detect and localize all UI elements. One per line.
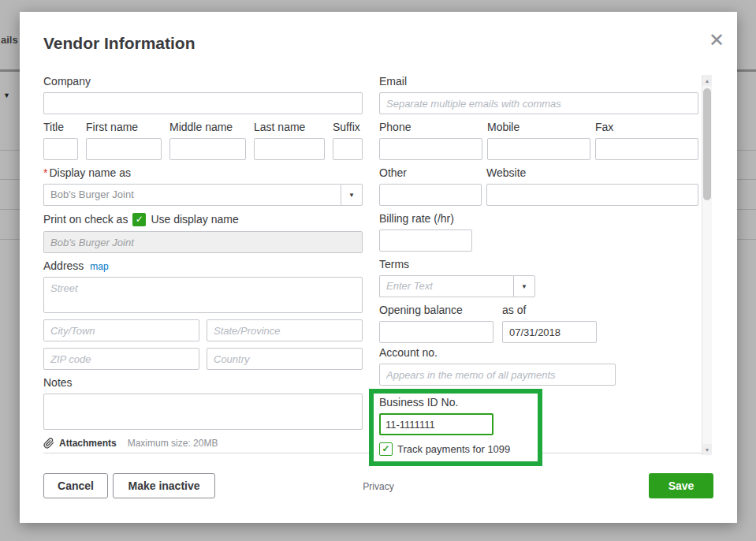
- billing-rate-field: Billing rate (/hr): [379, 212, 698, 252]
- middle-name-label: Middle name: [169, 121, 246, 133]
- phone-label: Phone: [379, 121, 482, 133]
- city-state-row: [43, 319, 363, 341]
- use-display-name-label: Use display name: [151, 213, 238, 226]
- company-input[interactable]: [43, 92, 363, 114]
- opening-balance-input[interactable]: [379, 321, 493, 343]
- website-field: Website: [486, 166, 698, 206]
- zip-input[interactable]: [43, 348, 199, 370]
- other-field: Other: [379, 166, 482, 206]
- display-name-field: *Display name as Bob's Burger Joint ▼: [43, 166, 363, 206]
- scroll-up-icon[interactable]: ▲: [702, 75, 712, 86]
- map-link[interactable]: map: [90, 261, 108, 272]
- email-field: Email: [379, 75, 698, 114]
- display-name-dropdown-button[interactable]: ▼: [341, 184, 363, 206]
- modal-title: Vendor Information: [43, 34, 196, 53]
- email-input[interactable]: [379, 92, 698, 114]
- terms-dropdown-button[interactable]: ▼: [513, 275, 535, 297]
- fax-input[interactable]: [595, 138, 698, 160]
- display-name-dropdown[interactable]: Bob's Burger Joint ▼: [43, 184, 363, 206]
- opening-balance-label: Opening balance: [379, 304, 493, 316]
- save-button[interactable]: Save: [649, 473, 713, 498]
- track-1099-label: Track payments for 1099: [397, 443, 510, 455]
- business-id-highlight-box: Business ID No. ✓ Track payments for 109…: [369, 389, 542, 466]
- check-icon: ✓: [382, 443, 389, 454]
- scrollbar-thumb[interactable]: [703, 88, 711, 200]
- right-column: Email Phone Mobile Fax Other Web: [379, 75, 698, 466]
- required-marker: *: [43, 166, 47, 179]
- first-name-label: First name: [86, 121, 162, 133]
- notes-field: Notes: [43, 376, 363, 430]
- suffix-field: Suffix: [333, 121, 363, 160]
- suffix-input[interactable]: [333, 138, 363, 160]
- first-name-input[interactable]: [86, 138, 162, 160]
- suffix-label: Suffix: [333, 121, 363, 133]
- terms-value: Enter Text: [379, 275, 513, 297]
- close-icon[interactable]: ✕: [709, 31, 724, 50]
- terms-dropdown[interactable]: Enter Text ▼: [379, 275, 535, 297]
- website-input[interactable]: [486, 184, 698, 206]
- modal-scrollbar[interactable]: ▲ ▼: [702, 75, 712, 455]
- address-label: Address: [43, 259, 84, 272]
- business-id-label: Business ID No.: [379, 396, 530, 409]
- use-display-name-checkbox[interactable]: ✓: [132, 213, 146, 226]
- title-input[interactable]: [43, 138, 78, 160]
- opening-balance-field: Opening balance: [379, 304, 493, 343]
- left-column: Company Title First name Middle name Las…: [43, 75, 363, 449]
- notes-input[interactable]: [43, 394, 363, 430]
- address-field: Address map: [43, 259, 363, 313]
- account-no-label: Account no.: [379, 346, 698, 359]
- terms-label: Terms: [379, 258, 698, 270]
- address-header: Address map: [43, 259, 363, 272]
- billing-rate-input[interactable]: [379, 229, 472, 252]
- middle-name-input[interactable]: [169, 138, 246, 160]
- attachments-button[interactable]: Attachments Maximum size: 20MB: [43, 438, 363, 449]
- display-name-value: Bob's Burger Joint: [43, 184, 341, 206]
- paperclip-icon: [43, 438, 54, 449]
- background-partial-text: ails: [1, 34, 18, 46]
- opening-balance-row: Opening balance as of: [379, 304, 698, 343]
- as-of-label: as of: [502, 304, 597, 316]
- cancel-button[interactable]: Cancel: [43, 473, 108, 498]
- as-of-date-input[interactable]: [502, 321, 597, 343]
- other-input[interactable]: [379, 184, 482, 206]
- fax-label: Fax: [595, 121, 698, 133]
- background-dropdown-caret: ▼: [3, 91, 10, 99]
- company-field: Company: [43, 75, 363, 114]
- mobile-field: Mobile: [487, 121, 590, 160]
- other-website-row: Other Website: [379, 166, 698, 206]
- phone-input[interactable]: [379, 138, 482, 160]
- title-label: Title: [43, 121, 78, 133]
- scroll-down-icon[interactable]: ▼: [702, 444, 712, 455]
- first-name-field: First name: [86, 121, 162, 160]
- phone-field: Phone: [379, 121, 482, 160]
- last-name-field: Last name: [254, 121, 325, 160]
- billing-rate-label: Billing rate (/hr): [379, 212, 698, 225]
- attachments-label: Attachments: [59, 438, 117, 449]
- last-name-input[interactable]: [254, 138, 325, 160]
- mobile-input[interactable]: [487, 138, 590, 160]
- last-name-label: Last name: [254, 121, 325, 133]
- account-no-field: Account no.: [379, 346, 698, 386]
- zip-country-row: [43, 348, 363, 370]
- account-no-input[interactable]: [379, 364, 616, 386]
- print-on-check-row: Print on check as ✓ Use display name: [43, 212, 363, 226]
- chevron-down-icon: ▼: [521, 283, 527, 290]
- website-label: Website: [486, 166, 698, 179]
- fax-field: Fax: [595, 121, 698, 160]
- business-id-input[interactable]: [379, 413, 493, 435]
- make-inactive-button[interactable]: Make inactive: [113, 473, 215, 498]
- city-input[interactable]: [43, 319, 199, 341]
- terms-field: Terms Enter Text ▼: [379, 258, 698, 297]
- company-label: Company: [43, 75, 363, 88]
- print-on-check-input[interactable]: [43, 231, 363, 253]
- mobile-label: Mobile: [487, 121, 590, 133]
- print-on-check-label: Print on check as: [43, 213, 128, 226]
- country-input[interactable]: [207, 348, 363, 370]
- track-1099-row: ✓ Track payments for 1099: [379, 442, 530, 456]
- print-on-check-field: Print on check as ✓ Use display name: [43, 212, 363, 253]
- state-input[interactable]: [207, 319, 363, 341]
- street-input[interactable]: [43, 277, 363, 313]
- track-1099-checkbox[interactable]: ✓: [379, 442, 393, 456]
- title-field: Title: [43, 121, 78, 160]
- name-row: Title First name Middle name Last name S…: [43, 121, 363, 160]
